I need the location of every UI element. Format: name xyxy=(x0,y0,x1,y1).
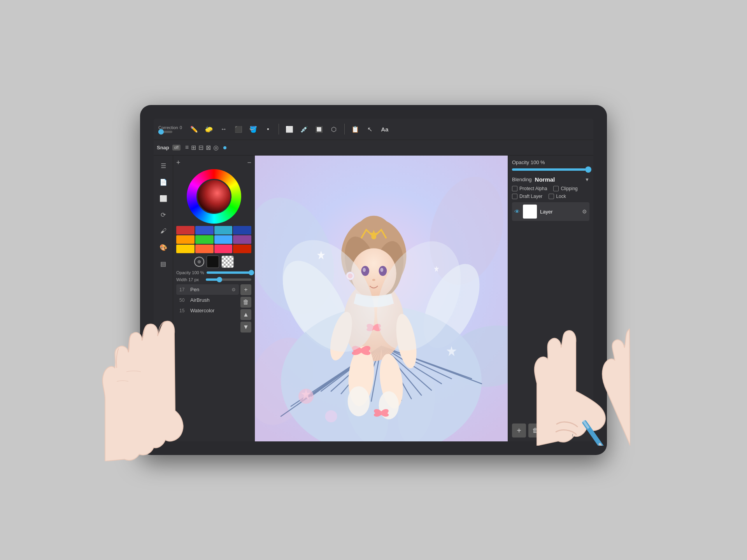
swatch-blue[interactable] xyxy=(195,226,214,234)
select-wand-icon[interactable]: ⬡ xyxy=(328,123,340,135)
background-color[interactable] xyxy=(221,256,234,268)
brush-down-btn[interactable]: ▼ xyxy=(240,322,251,332)
swatch-yellow[interactable] xyxy=(176,245,195,253)
layer-item[interactable]: 👁 Layer ⚙ xyxy=(512,202,589,221)
sidebar-new-icon[interactable]: 📄 xyxy=(156,175,170,189)
swatch-darkblue[interactable] xyxy=(233,226,251,234)
fill-rect-icon[interactable]: ⬛ xyxy=(233,123,244,135)
sidebar-undo-icon[interactable]: ↩ xyxy=(156,424,170,438)
swatch-teal[interactable] xyxy=(214,226,233,234)
layer-option-row-2: Draft Layer Lock xyxy=(512,194,589,199)
color-tools-row: ⊕ xyxy=(194,256,234,268)
lock-box[interactable] xyxy=(549,194,554,199)
sidebar-select-icon[interactable]: ⬜ xyxy=(156,191,170,205)
text-tool-icon[interactable]: Aa xyxy=(379,123,391,135)
grid-circle-icon[interactable]: ◎ xyxy=(213,144,219,151)
protect-alpha-box[interactable] xyxy=(512,186,517,191)
draft-layer-box[interactable] xyxy=(512,194,517,199)
delete-brush-btn[interactable]: 🗑 xyxy=(240,297,251,308)
swatch-orange2[interactable] xyxy=(195,245,214,253)
brush-item-watercolor[interactable]: 15 Watercolor xyxy=(176,305,239,316)
snap-label: Snap xyxy=(157,145,169,150)
cursor-icon[interactable]: ↖ xyxy=(364,123,376,135)
draft-layer-label: Draft Layer xyxy=(519,194,542,199)
slider-section: Opacity 100 % Width 17 px xyxy=(176,270,251,282)
remove-color-btn[interactable]: − xyxy=(247,159,251,167)
lock-checkbox[interactable]: Lock xyxy=(549,194,566,199)
layers-bottom: + 🗑 xyxy=(512,424,589,438)
swatch-pink[interactable] xyxy=(214,245,233,253)
brush-num-pen: 17 xyxy=(179,287,187,292)
right-panel: Opacity 100 % Blending Normal ▼ xyxy=(508,156,593,441)
layer-merge-icon[interactable]: 📋 xyxy=(349,123,361,135)
add-brush-btn[interactable]: + xyxy=(240,284,251,295)
clipping-label: Clipping xyxy=(561,186,577,191)
sidebar-brush-icon[interactable]: 🖌 xyxy=(156,224,170,238)
layer-settings-icon[interactable]: ⚙ xyxy=(582,208,587,215)
layer-options: Protect Alpha Clipping Draft Layer xyxy=(512,186,589,199)
canvas-area[interactable] xyxy=(255,156,508,441)
select-rect-icon[interactable]: ⬜ xyxy=(284,123,295,135)
select-lasso-icon[interactable]: 🔲 xyxy=(313,123,325,135)
transform-tool-icon[interactable]: ↔ xyxy=(218,123,230,135)
swatch-green[interactable] xyxy=(195,235,214,244)
screen: Correction 0 ✏️ 🧽 ↔ ⬛ 🪣 ▪ ⬜ 💉 🔲 ⬡ 📋 xyxy=(154,119,593,441)
opacity-slider-track[interactable] xyxy=(207,271,251,274)
add-layer-btn[interactable]: + xyxy=(512,424,526,438)
brush-list: 17 Pen ⚙ 50 AirBrush 15 Watercolor xyxy=(176,284,239,332)
eyedropper-icon[interactable]: 💉 xyxy=(298,123,310,135)
brush-up-btn[interactable]: ▲ xyxy=(240,309,251,320)
brush-settings-pen[interactable]: ⚙ xyxy=(231,287,236,292)
delete-layer-btn[interactable]: 🗑 xyxy=(528,424,542,438)
color-picker-icon[interactable]: ⊕ xyxy=(194,257,204,267)
brush-num-watercolor: 15 xyxy=(179,308,187,313)
foreground-color[interactable] xyxy=(207,256,219,268)
sidebar-layers-icon[interactable]: ▤ xyxy=(156,257,170,271)
grid-hash-icon[interactable]: ⊟ xyxy=(198,144,203,151)
brush-item-airbrush[interactable]: 50 AirBrush xyxy=(176,295,239,305)
clipping-box[interactable] xyxy=(553,186,559,191)
sidebar-lasso-icon[interactable]: ⟳ xyxy=(156,208,170,222)
opacity-slider-thumb[interactable] xyxy=(585,166,591,173)
layer-visibility-icon[interactable]: 👁 xyxy=(514,208,520,215)
fill-tool-icon[interactable]: 🪣 xyxy=(247,123,259,135)
svg-point-25 xyxy=(363,268,366,272)
width-slider-track[interactable] xyxy=(206,278,251,281)
anime-artwork xyxy=(255,156,508,441)
swatch-orange[interactable] xyxy=(176,235,195,244)
grid-lines-icon[interactable]: ≡ xyxy=(185,144,189,151)
opacity-value-label: Opacity 100 % xyxy=(512,159,545,165)
swatch-lightblue[interactable] xyxy=(214,235,233,244)
grid-cross-icon[interactable]: ⊞ xyxy=(191,144,196,151)
clipping-checkbox[interactable]: Clipping xyxy=(553,186,577,191)
swatch-red[interactable] xyxy=(176,226,195,234)
left-sidebar: ☰ 📄 ⬜ ⟳ 🖌 🎨 ▤ ↷ ↩ xyxy=(154,156,173,441)
brush-item-pen[interactable]: 17 Pen ⚙ xyxy=(176,284,239,295)
draft-layer-checkbox[interactable]: Draft Layer xyxy=(512,194,542,199)
width-label: Width 17 px xyxy=(176,277,203,282)
brush-combined-panel: 17 Pen ⚙ 50 AirBrush 15 Watercolor xyxy=(176,284,251,332)
blending-dropdown-icon[interactable]: ▼ xyxy=(585,177,589,182)
sidebar-menu-icon[interactable]: ☰ xyxy=(156,159,170,173)
blending-row: Blending Normal ▼ xyxy=(512,176,589,183)
snap-dot xyxy=(223,146,226,149)
color-picker-inner[interactable] xyxy=(196,179,231,214)
grid-lines2-icon[interactable]: ⊠ xyxy=(206,144,211,151)
pen-tool-icon[interactable]: ✏️ xyxy=(188,123,200,135)
brush-name-airbrush: AirBrush xyxy=(190,297,236,303)
protect-alpha-checkbox[interactable]: Protect Alpha xyxy=(512,186,547,191)
swatch-purple[interactable] xyxy=(233,235,251,244)
blending-label: Blending xyxy=(512,177,532,182)
fill-gray-icon[interactable]: ▪ xyxy=(262,123,274,135)
sidebar-color-icon[interactable]: 🎨 xyxy=(156,240,170,254)
add-color-btn[interactable]: + xyxy=(176,159,181,167)
eraser-tool-icon[interactable]: 🧽 xyxy=(203,123,215,135)
blending-value[interactable]: Normal xyxy=(535,176,582,183)
snap-off-btn[interactable]: off xyxy=(172,145,181,150)
swatch-darkred[interactable] xyxy=(233,245,251,253)
sidebar-redo-icon[interactable]: ↷ xyxy=(156,408,170,422)
color-wheel[interactable] xyxy=(187,169,241,224)
layer-thumbnail xyxy=(523,205,537,219)
svg-point-33 xyxy=(325,410,337,422)
sub-toolbar: Snap off ≡ ⊞ ⊟ ⊠ ◎ xyxy=(154,140,593,156)
